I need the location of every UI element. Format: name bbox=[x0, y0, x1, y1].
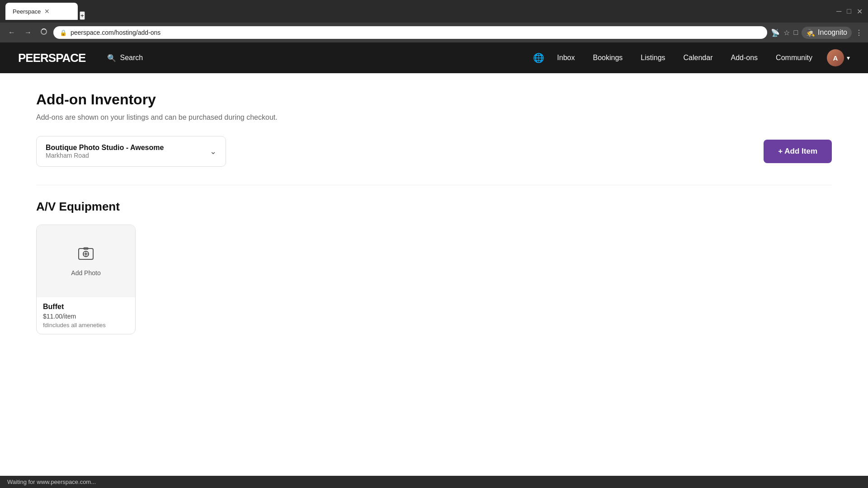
item-price: $11.00/item bbox=[43, 313, 129, 320]
nav-calendar[interactable]: Calendar bbox=[675, 50, 722, 66]
window-controls: ─ □ ✕ bbox=[836, 7, 863, 16]
section-divider bbox=[36, 185, 832, 185]
maximize-icon[interactable]: □ bbox=[847, 7, 851, 15]
new-tab-button[interactable]: + bbox=[80, 11, 85, 20]
incognito-label: Incognito bbox=[818, 28, 847, 37]
nav-bookings[interactable]: Bookings bbox=[584, 50, 632, 66]
nav-community[interactable]: Community bbox=[767, 50, 821, 66]
incognito-icon: 🕵 bbox=[806, 28, 815, 37]
add-photo-label: Add Photo bbox=[71, 269, 100, 277]
bookmark-icon[interactable]: ☆ bbox=[783, 28, 790, 37]
section-title: A/V Equipment bbox=[36, 200, 832, 214]
profile-icon[interactable]: □ bbox=[793, 28, 798, 37]
item-card: Add Photo Buffet $11.00/item fdincludes … bbox=[36, 225, 136, 334]
search-icon: 🔍 bbox=[107, 54, 116, 62]
tab-area: Peerspace ✕ + bbox=[5, 3, 833, 20]
browser-chrome: Peerspace ✕ + ─ □ ✕ bbox=[0, 0, 868, 23]
url-text: peerspace.com/hosting/add-ons bbox=[71, 29, 160, 36]
toolbar-actions: 📡 ☆ □ 🕵 Incognito ⋮ bbox=[771, 27, 863, 39]
user-initial: A bbox=[833, 54, 838, 62]
site-header: PEERSPACE 🔍 Search 🌐 Inbox Bookings List… bbox=[0, 42, 868, 73]
add-photo-icon bbox=[78, 246, 94, 266]
address-bar[interactable]: 🔒 peerspace.com/hosting/add-ons bbox=[53, 26, 767, 39]
search-button[interactable]: 🔍 Search bbox=[100, 50, 150, 66]
page-title: Add-on Inventory bbox=[36, 91, 832, 108]
page-content: Add-on Inventory Add-ons are shown on yo… bbox=[0, 73, 868, 408]
item-info: Buffet $11.00/item fdincludes all amenet… bbox=[37, 297, 135, 334]
selector-row: Boutique Photo Studio - Awesome Markham … bbox=[36, 136, 832, 167]
back-button[interactable]: ← bbox=[5, 27, 18, 38]
dropdown-chevron-icon: ⌄ bbox=[210, 146, 217, 156]
nav-add-ons[interactable]: Add-ons bbox=[722, 50, 767, 66]
user-avatar-area[interactable]: A ▾ bbox=[827, 49, 850, 66]
listing-address: Markham Road bbox=[46, 152, 164, 159]
item-name: Buffet bbox=[43, 303, 129, 311]
lock-icon: 🔒 bbox=[60, 29, 67, 36]
menu-icon[interactable]: ⋮ bbox=[855, 28, 863, 37]
cast-icon[interactable]: 📡 bbox=[771, 28, 780, 37]
listing-name: Boutique Photo Studio - Awesome bbox=[46, 144, 164, 152]
globe-icon[interactable]: 🌐 bbox=[533, 52, 544, 63]
photo-placeholder[interactable]: Add Photo bbox=[37, 225, 135, 297]
page-subtitle: Add-ons are shown on your listings and c… bbox=[36, 113, 832, 122]
search-label: Search bbox=[120, 54, 143, 62]
browser-tab[interactable]: Peerspace ✕ bbox=[5, 3, 78, 20]
minimize-icon[interactable]: ─ bbox=[836, 7, 841, 15]
reload-button[interactable] bbox=[38, 27, 50, 38]
tab-title: Peerspace bbox=[13, 8, 41, 15]
main-nav: 🌐 Inbox Bookings Listings Calendar Add-o… bbox=[533, 49, 850, 66]
item-description: fdincludes all ameneties bbox=[43, 322, 129, 328]
listing-dropdown[interactable]: Boutique Photo Studio - Awesome Markham … bbox=[36, 136, 226, 167]
forward-button[interactable]: → bbox=[22, 27, 34, 38]
add-item-button[interactable]: + Add Item bbox=[764, 140, 832, 163]
loading-icon bbox=[41, 28, 47, 35]
close-icon[interactable]: ✕ bbox=[857, 7, 863, 16]
logo[interactable]: PEERSPACE bbox=[18, 51, 85, 65]
close-tab-button[interactable]: ✕ bbox=[44, 8, 50, 15]
nav-listings[interactable]: Listings bbox=[632, 50, 674, 66]
nav-inbox[interactable]: Inbox bbox=[548, 50, 584, 66]
listing-info: Boutique Photo Studio - Awesome Markham … bbox=[46, 144, 164, 159]
user-avatar: A bbox=[827, 49, 844, 66]
incognito-badge: 🕵 Incognito bbox=[802, 27, 852, 39]
browser-toolbar: ← → 🔒 peerspace.com/hosting/add-ons 📡 ☆ … bbox=[0, 23, 868, 42]
chevron-down-icon: ▾ bbox=[847, 54, 850, 61]
